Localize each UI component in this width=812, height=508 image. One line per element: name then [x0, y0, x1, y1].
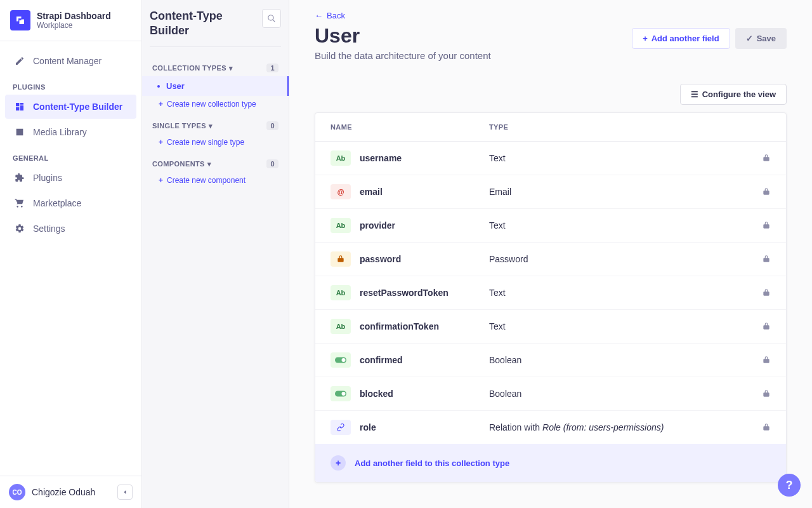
table-row[interactable]: confirmedBoolean: [315, 344, 786, 377]
nav-content-manager[interactable]: Content Manager: [5, 49, 136, 73]
nav-settings[interactable]: Settings: [5, 217, 136, 241]
table-row[interactable]: roleRelation with Role (from: users-perm…: [315, 411, 786, 444]
collection-item-label: User: [166, 81, 185, 91]
table-row[interactable]: passwordPassword: [315, 243, 786, 276]
nav-label: Plugins: [33, 173, 62, 183]
chevron-down-icon: ▾: [209, 122, 213, 130]
group-collection-types[interactable]: COLLECTION TYPES▾ 1: [150, 57, 281, 76]
add-field-row[interactable]: + Add another field to this collection t…: [315, 444, 786, 482]
field-type: Text: [489, 321, 762, 331]
pencil-square-icon: [14, 55, 25, 67]
table-row[interactable]: AbconfirmationTokenText: [315, 310, 786, 344]
field-name: email: [360, 187, 489, 197]
add-row-label: Add another field to this collection typ…: [355, 458, 509, 468]
text-field-icon: Ab: [331, 285, 351, 300]
gear-icon: [14, 223, 25, 234]
field-type: Email: [489, 187, 762, 197]
nav-marketplace[interactable]: Marketplace: [5, 191, 136, 215]
image-icon: [14, 126, 25, 138]
list-icon: ☰: [691, 90, 698, 99]
check-icon: ✓: [746, 34, 753, 43]
secondary-title: Content-Type Builder: [150, 9, 257, 37]
nav-plugins[interactable]: Plugins: [5, 166, 136, 190]
table-row[interactable]: @emailEmail: [315, 175, 786, 209]
relation-field-icon: [331, 420, 351, 435]
plus-icon: +: [159, 100, 163, 109]
group-single-types[interactable]: SINGLE TYPES▾ 0: [150, 115, 281, 134]
brand: Strapi Dashboard Workplace: [0, 0, 141, 41]
lock-icon: [762, 221, 771, 230]
button-label: Configure the view: [702, 90, 776, 99]
primary-sidebar: Strapi Dashboard Workplace Content Manag…: [0, 0, 142, 508]
text-field-icon: Ab: [331, 319, 351, 334]
lock-icon: [762, 322, 771, 331]
lock-icon: [762, 389, 771, 398]
field-name: confirmationToken: [360, 321, 489, 331]
create-single-type[interactable]: + Create new single type: [150, 134, 281, 153]
password-field-icon: [331, 251, 351, 267]
create-collection-type[interactable]: + Create new collection type: [150, 96, 281, 115]
create-component[interactable]: + Create new component: [150, 172, 281, 191]
email-field-icon: @: [331, 184, 351, 199]
nav-content-type-builder[interactable]: Content-Type Builder: [5, 95, 136, 119]
help-button[interactable]: ?: [778, 474, 801, 497]
nav-section-plugins: PLUGINS: [0, 74, 141, 95]
lock-icon: [762, 255, 771, 264]
user-profile[interactable]: CO Chigozie Oduah: [0, 476, 141, 508]
field-name: confirmed: [360, 355, 489, 365]
create-label: Create new component: [167, 176, 246, 185]
cart-icon: [14, 197, 25, 209]
nav-label: Settings: [33, 224, 65, 234]
button-label: Save: [757, 34, 776, 43]
field-name: resetPasswordToken: [360, 288, 489, 298]
secondary-panel: Content-Type Builder COLLECTION TYPES▾ 1…: [142, 0, 289, 508]
collection-item-user[interactable]: User: [142, 76, 289, 96]
field-name: password: [360, 254, 489, 264]
field-type: Password: [489, 254, 762, 264]
group-label: SINGLE TYPES: [152, 122, 206, 130]
search-icon: [267, 14, 276, 23]
lock-icon: [762, 187, 771, 196]
lock-icon: [762, 288, 771, 297]
page-title: User: [315, 24, 491, 48]
table-row[interactable]: AbresetPasswordTokenText: [315, 276, 786, 310]
back-link[interactable]: ← Back: [315, 11, 345, 20]
chevron-down-icon: ▾: [207, 160, 211, 168]
arrow-left-icon: ←: [315, 11, 323, 20]
plus-circle-icon: +: [331, 455, 346, 471]
plus-icon: +: [159, 176, 163, 185]
lock-icon: [762, 423, 771, 432]
field-name: provider: [360, 220, 489, 231]
configure-view-button[interactable]: ☰ Configure the view: [680, 84, 787, 105]
create-label: Create new single type: [167, 138, 244, 147]
plus-icon: +: [643, 34, 648, 43]
table-row[interactable]: blockedBoolean: [315, 377, 786, 411]
table-row[interactable]: AbusernameText: [315, 142, 786, 175]
brand-title: Strapi Dashboard: [37, 11, 111, 21]
group-components[interactable]: COMPONENTS▾ 0: [150, 153, 281, 172]
search-button[interactable]: [262, 9, 281, 28]
col-name-header: NAME: [331, 123, 489, 131]
table-header: NAME TYPE: [315, 113, 786, 142]
field-type: Text: [489, 220, 762, 231]
nav-label: Content Manager: [33, 56, 102, 66]
col-type-header: TYPE: [489, 123, 771, 131]
field-type: Text: [489, 288, 762, 298]
group-label: COMPONENTS: [152, 160, 205, 168]
collapse-sidebar-button[interactable]: [117, 485, 133, 500]
main-content: ← Back User Build the data architecture …: [289, 0, 812, 508]
primary-nav: Content Manager PLUGINS Content-Type Bui…: [0, 41, 141, 476]
user-name: Chigozie Oduah: [32, 487, 95, 497]
boolean-field-icon: [331, 352, 351, 368]
strapi-logo-icon: [10, 10, 30, 30]
group-label: COLLECTION TYPES: [152, 64, 226, 72]
add-field-button[interactable]: + Add another field: [632, 28, 730, 49]
nav-media-library[interactable]: Media Library: [5, 120, 136, 144]
field-type: Relation with Role (from: users-permissi…: [489, 422, 762, 432]
save-button[interactable]: ✓ Save: [735, 28, 787, 49]
text-field-icon: Ab: [331, 150, 351, 166]
table-row[interactable]: AbproviderText: [315, 209, 786, 243]
nav-section-general: GENERAL: [0, 145, 141, 166]
plus-icon: +: [159, 138, 163, 147]
lock-icon: [762, 154, 771, 163]
